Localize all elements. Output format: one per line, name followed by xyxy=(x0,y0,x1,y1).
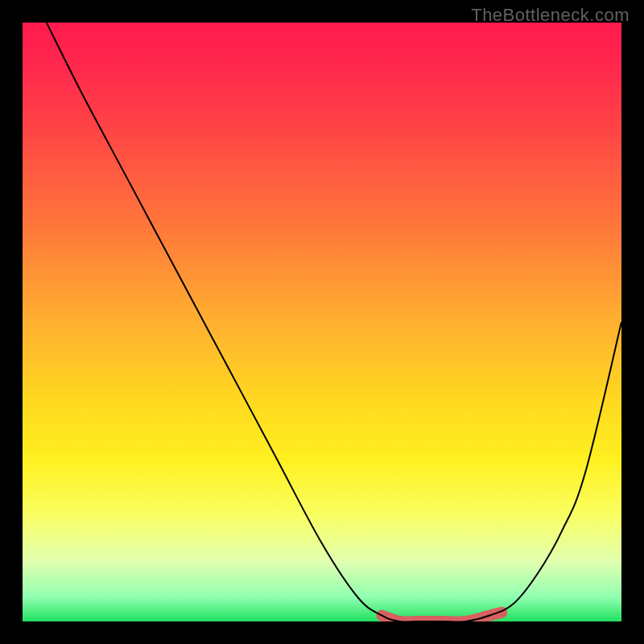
chart-svg xyxy=(23,23,621,621)
curve-line xyxy=(47,23,621,621)
watermark-text: TheBottleneck.com xyxy=(471,5,630,26)
chart-plot-area xyxy=(23,23,621,621)
